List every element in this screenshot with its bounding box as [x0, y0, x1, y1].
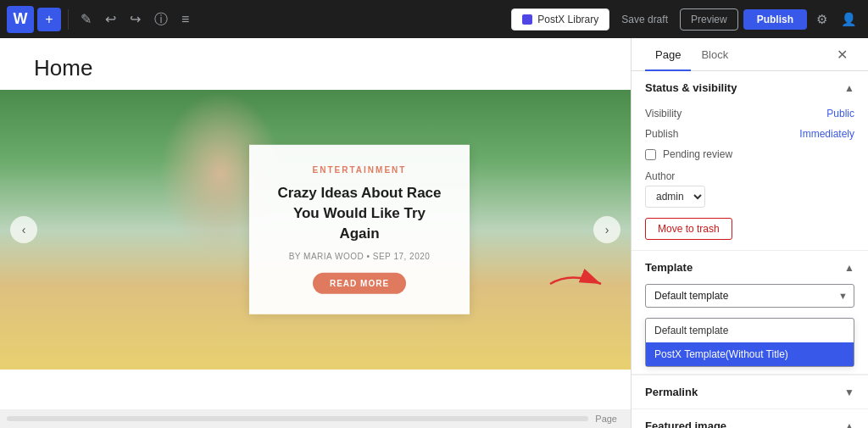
- toolbar: W + ✎ ↩ ↪ ⓘ ≡ PostX Library Save draft P…: [0, 0, 868, 38]
- status-visibility-section: Status & visibility ▲ Visibility Public …: [632, 71, 868, 251]
- visibility-value[interactable]: Public: [826, 108, 854, 120]
- canvas-scrollbar[interactable]: [7, 416, 588, 421]
- author-row: Author admin: [632, 167, 868, 214]
- featured-image-header[interactable]: Featured image ▲: [632, 409, 868, 428]
- toolbar-right: PostX Library Save draft Preview Publish…: [511, 8, 861, 31]
- tools-button[interactable]: ✎: [75, 8, 97, 31]
- pending-review-label: Pending review: [663, 148, 732, 160]
- visibility-label: Visibility: [645, 108, 682, 120]
- template-section: Template ▲ Default template ▼ Default te…: [632, 251, 868, 375]
- status-visibility-toggle-icon: ▲: [844, 82, 854, 94]
- card-readmore-button[interactable]: READ MORE: [313, 273, 406, 294]
- card-category: ENTERTAINMENT: [273, 165, 446, 175]
- tab-block[interactable]: Block: [691, 38, 738, 71]
- wp-icon: W: [14, 10, 28, 28]
- editor-canvas: Home ENTERTAINMENT Crazy Ideas About Rac…: [0, 38, 631, 428]
- publish-button[interactable]: Publish: [743, 9, 807, 30]
- slider-next-button[interactable]: ›: [593, 216, 620, 243]
- template-content: Default template ▼: [632, 284, 868, 318]
- template-select-wrap: Default template ▼: [645, 284, 854, 308]
- slider-prev-button[interactable]: ‹: [10, 216, 37, 243]
- sidebar-tabs: Page Block ✕: [632, 38, 868, 71]
- template-title: Template: [645, 261, 693, 274]
- featured-image-section: Featured image ▲ Set featured image: [632, 409, 868, 428]
- details-button[interactable]: ⓘ: [149, 8, 173, 31]
- settings-button[interactable]: ⚙: [812, 8, 832, 31]
- template-dropdown: Default template PostX Template(Without …: [645, 318, 854, 367]
- preview-button[interactable]: Preview: [680, 8, 738, 31]
- wp-logo: W: [7, 6, 34, 33]
- hero-slider: ENTERTAINMENT Crazy Ideas About Race You…: [0, 90, 631, 370]
- publish-label: Publish: [645, 128, 678, 140]
- permalink-toggle-icon: ▼: [844, 386, 854, 398]
- template-option-default[interactable]: Default template: [646, 319, 854, 342]
- permalink-header[interactable]: Permalink ▼: [632, 375, 868, 409]
- tab-page[interactable]: Page: [645, 38, 691, 71]
- redo-button[interactable]: ↪: [125, 8, 146, 31]
- canvas-inner: Home ENTERTAINMENT Crazy Ideas About Rac…: [0, 38, 631, 409]
- move-to-trash-button[interactable]: Move to trash: [645, 218, 732, 240]
- postx-icon: [522, 14, 532, 25]
- slider-card: ENTERTAINMENT Crazy Ideas About Race You…: [249, 145, 470, 314]
- permalink-title: Permalink: [645, 386, 698, 398]
- template-toggle-icon: ▲: [844, 262, 854, 274]
- template-option-postx[interactable]: PostX Template(Without Title): [646, 342, 854, 366]
- featured-image-toggle-icon: ▲: [844, 420, 854, 429]
- publish-row: Publish Immediately: [632, 125, 868, 145]
- permalink-section: Permalink ▼: [632, 375, 868, 409]
- add-block-button[interactable]: +: [37, 8, 61, 31]
- sidebar-panel: Page Block ✕ Status & visibility ▲ Visib…: [631, 38, 868, 428]
- user-button[interactable]: 👤: [837, 8, 861, 31]
- status-visibility-header[interactable]: Status & visibility ▲: [632, 71, 868, 104]
- main-layout: Home ENTERTAINMENT Crazy Ideas About Rac…: [0, 38, 868, 428]
- postx-library-button[interactable]: PostX Library: [511, 8, 609, 31]
- undo-button[interactable]: ↩: [100, 8, 121, 31]
- template-header[interactable]: Template ▲: [632, 251, 868, 284]
- card-meta: BY MARIA WOOD • SEP 17, 2020: [273, 252, 446, 261]
- toolbar-separator-1: [68, 9, 69, 30]
- canvas-statusbar: Page: [0, 409, 631, 428]
- sidebar-close-button[interactable]: ✕: [830, 38, 854, 70]
- trash-row: Move to trash: [632, 214, 868, 250]
- pending-review-row: Pending review: [632, 145, 868, 167]
- pending-review-checkbox[interactable]: [645, 149, 656, 160]
- card-title: Crazy Ideas About Race You Would Like Tr…: [273, 183, 446, 243]
- featured-image-title: Featured image: [645, 420, 726, 428]
- list-view-button[interactable]: ≡: [176, 8, 194, 31]
- author-label: Author: [645, 170, 854, 182]
- canvas-page-label: Page: [588, 414, 624, 424]
- template-select[interactable]: Default template: [645, 284, 854, 308]
- author-select[interactable]: admin: [645, 186, 705, 208]
- page-title: Home: [0, 38, 631, 90]
- publish-value[interactable]: Immediately: [799, 128, 854, 140]
- visibility-row: Visibility Public: [632, 104, 868, 125]
- status-visibility-title: Status & visibility: [645, 81, 737, 94]
- save-draft-button[interactable]: Save draft: [615, 9, 675, 30]
